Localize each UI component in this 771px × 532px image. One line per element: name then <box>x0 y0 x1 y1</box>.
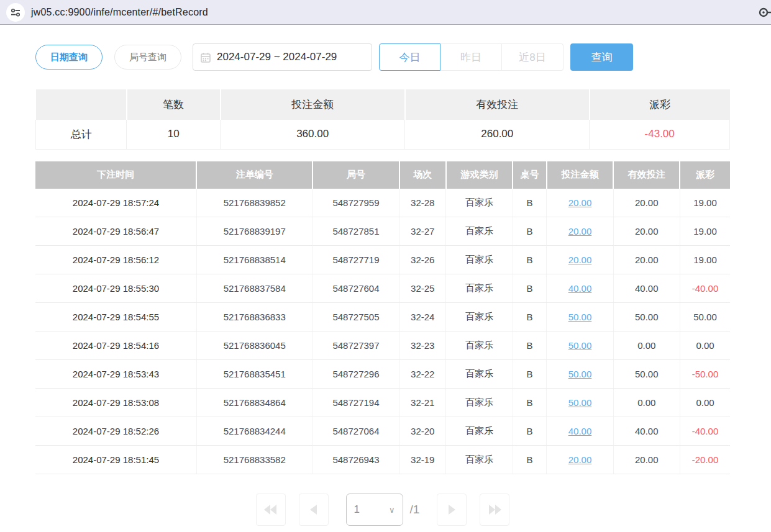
column-header: 投注金额 <box>547 161 613 189</box>
table-cell: 2024-07-29 18:55:30 <box>35 274 196 303</box>
table-cell: -20.00 <box>680 446 730 474</box>
table-cell: 百家乐 <box>446 217 513 246</box>
summary-valid-bet-value: 260.00 <box>405 120 590 149</box>
table-header-row: 下注时间注单编号局号场次游戏类别桌号投注金额有效投注派彩 <box>35 161 730 189</box>
yesterday-button[interactable]: 昨日 <box>440 43 502 71</box>
prev-page-button[interactable] <box>299 494 329 526</box>
page-select[interactable]: 1 ∨ <box>346 494 403 526</box>
bet-amount-link[interactable]: 50.00 <box>568 369 592 379</box>
summary-header-row: 笔数 投注金额 有效投注 派彩 <box>36 89 730 120</box>
table-cell: 0.00 <box>613 389 680 417</box>
today-label: 今日 <box>399 50 421 65</box>
first-page-button[interactable] <box>256 494 286 526</box>
bet-amount-link[interactable]: 20.00 <box>568 255 592 265</box>
table-cell: 521768837584 <box>196 274 313 303</box>
table-cell: 521768834864 <box>196 389 313 417</box>
summary-total-row: 总计 10 360.00 260.00 -43.00 <box>36 120 730 149</box>
table-cell: 32-22 <box>399 360 446 389</box>
column-header: 下注时间 <box>35 161 196 189</box>
current-page: 1 <box>354 503 360 516</box>
table-cell: 2024-07-29 18:54:55 <box>35 303 196 331</box>
site-settings-icon[interactable] <box>6 3 25 22</box>
calendar-icon <box>201 52 211 63</box>
key-icon[interactable] <box>758 6 771 22</box>
table-cell: 548727959 <box>313 189 399 217</box>
table-cell: 40.00 <box>613 417 680 446</box>
table-cell: 521768835451 <box>196 360 313 389</box>
table-row: 2024-07-29 18:52:26521768834244548727064… <box>35 417 730 446</box>
table-cell: -50.00 <box>680 360 730 389</box>
cell-bet-amount: 50.00 <box>547 389 613 417</box>
table-cell: 百家乐 <box>446 389 513 417</box>
table-row: 2024-07-29 18:55:30521768837584548727604… <box>35 274 730 303</box>
url-text[interactable]: jw05.cc:9900/infe/mcenter/#/betRecord <box>31 7 208 18</box>
summary-header-count: 笔数 <box>127 89 221 120</box>
column-header: 注单编号 <box>196 161 313 189</box>
round-query-tab[interactable]: 局号查询 <box>114 45 181 70</box>
summary-table: 笔数 投注金额 有效投注 派彩 总计 10 360.00 260.00 -43.… <box>35 89 730 150</box>
table-cell: 32-24 <box>399 303 446 331</box>
address-bar: jw05.cc:9900/infe/mcenter/#/betRecord <box>0 0 771 25</box>
table-cell: 2024-07-29 18:54:16 <box>35 331 196 360</box>
table-row: 2024-07-29 18:54:55521768836833548727505… <box>35 303 730 331</box>
table-cell: 50.00 <box>680 303 730 331</box>
table-cell: 548727296 <box>313 360 399 389</box>
table-cell: B <box>513 331 547 360</box>
bet-amount-link[interactable]: 50.00 <box>568 340 592 351</box>
cell-bet-amount: 20.00 <box>547 217 613 246</box>
summary-header-empty <box>36 89 127 120</box>
table-cell: 百家乐 <box>446 303 513 331</box>
left-arrow-icon <box>310 505 317 515</box>
table-cell: 2024-07-29 18:53:43 <box>35 360 196 389</box>
cell-bet-amount: 20.00 <box>547 246 613 274</box>
table-cell: 32-19 <box>399 446 446 474</box>
pagination: 1 ∨ /1 <box>35 494 730 526</box>
column-header: 游戏类别 <box>446 161 513 189</box>
bet-amount-link[interactable]: 40.00 <box>568 283 592 294</box>
tune-icon <box>11 7 21 17</box>
table-cell: B <box>513 274 547 303</box>
table-cell: 2024-07-29 18:51:45 <box>35 446 196 474</box>
date-query-tab[interactable]: 日期查询 <box>35 45 103 70</box>
table-cell: 548727397 <box>313 331 399 360</box>
last-page-button[interactable] <box>480 494 509 526</box>
bet-amount-link[interactable]: 20.00 <box>568 454 592 465</box>
table-cell: 19.00 <box>680 189 730 217</box>
bet-amount-link[interactable]: 40.00 <box>568 426 592 436</box>
today-button[interactable]: 今日 <box>379 43 440 71</box>
summary-header-bet-amount: 投注金额 <box>221 89 405 120</box>
summary-total-label: 总计 <box>36 120 127 149</box>
table-cell: 50.00 <box>613 360 680 389</box>
column-header: 有效投注 <box>613 161 680 189</box>
next-page-button[interactable] <box>437 494 467 526</box>
last8days-button[interactable]: 近8日 <box>502 43 563 71</box>
table-row: 2024-07-29 18:57:24521768839852548727959… <box>35 189 730 217</box>
bet-record-table: 下注时间注单编号局号场次游戏类别桌号投注金额有效投注派彩 2024-07-29 … <box>35 161 730 475</box>
table-cell: 521768839852 <box>196 189 313 217</box>
table-cell: B <box>513 246 547 274</box>
right-arrow-icon <box>448 505 455 515</box>
bet-amount-link[interactable]: 50.00 <box>568 397 592 408</box>
table-cell: 百家乐 <box>446 446 513 474</box>
table-cell: 521768833582 <box>196 446 313 474</box>
search-button[interactable]: 查询 <box>570 43 633 71</box>
date-range-input[interactable]: 2024-07-29 ~ 2024-07-29 <box>193 43 372 71</box>
table-cell: B <box>513 189 547 217</box>
table-cell: 百家乐 <box>446 331 513 360</box>
table-cell: 548727604 <box>313 274 399 303</box>
chevron-down-icon: ∨ <box>389 505 395 515</box>
bet-amount-link[interactable]: 20.00 <box>568 226 592 237</box>
table-cell: 19.00 <box>680 246 730 274</box>
table-row: 2024-07-29 18:56:47521768839197548727851… <box>35 217 730 246</box>
bet-amount-link[interactable]: 20.00 <box>568 197 592 208</box>
table-cell: 40.00 <box>613 274 680 303</box>
table-cell: 548726943 <box>313 446 399 474</box>
table-cell: B <box>513 217 547 246</box>
table-row: 2024-07-29 18:53:43521768835451548727296… <box>35 360 730 389</box>
table-body: 2024-07-29 18:57:24521768839852548727959… <box>35 189 730 474</box>
double-right-arrow-icon <box>488 505 501 515</box>
column-header: 场次 <box>399 161 446 189</box>
bet-amount-link[interactable]: 50.00 <box>568 312 592 322</box>
table-cell: 548727064 <box>313 417 399 446</box>
table-cell: 521768838514 <box>196 246 313 274</box>
